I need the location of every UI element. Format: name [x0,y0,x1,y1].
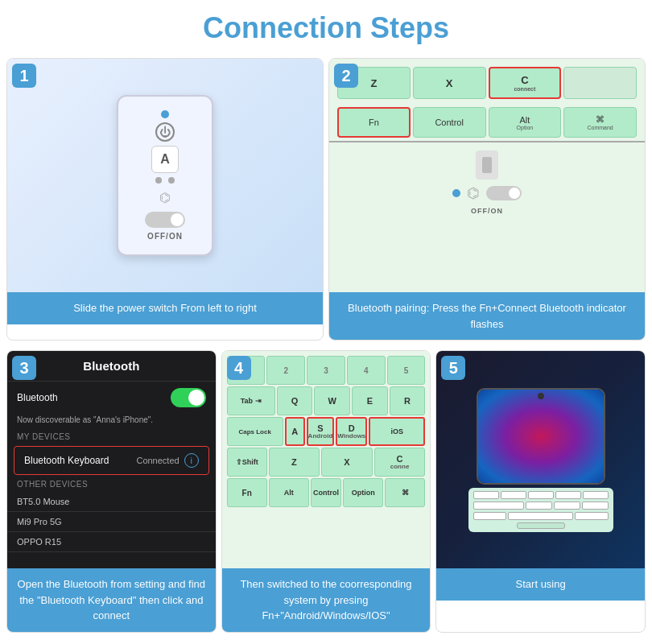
ipad-camera [538,393,544,399]
ipad-screen [478,390,604,483]
mini-key-space [508,512,573,520]
key-2: 2 [266,356,305,385]
page-title: Connection Steps [0,0,652,53]
bt-toggle[interactable] [171,388,206,407]
mini-key [554,502,580,510]
key-fn2: Fn [227,478,267,507]
mini-key [528,491,554,499]
keys-top: Z X C connect [329,59,645,107]
mini-key [575,512,609,520]
dot1 [155,177,162,184]
other-devices-title: OTHER DEVICES [7,477,216,492]
mini-row-2 [473,502,609,510]
step2-caption: Bluetooth pairing: Press the Fn+Connect … [329,292,645,340]
kb-row3: Caps Lock A S Android D Windows iOS [227,417,426,446]
bt-toggle-row: Bluetooth [7,382,216,414]
step2-switch-row: ⌬ [452,184,522,202]
step4-cell: 4 1 2 3 4 5 Tab ⇥ Q W E R Caps Lock A [221,350,431,633]
bt-label: Bluetooth [17,392,58,403]
my-devices-title: MY DEVICES [7,429,216,444]
bt-settings-header: Bluetooth [7,351,216,382]
key-3: 3 [307,356,345,385]
step5-number: 5 [441,356,465,380]
key-z2: Z [269,448,320,477]
key-ios: iOS [369,417,425,446]
off-on-label-2: OFF/ON [471,207,503,215]
key-c-conne: C conne [374,448,426,477]
key-e: E [352,386,388,415]
mini-key-wide [473,502,525,510]
step4-number: 4 [227,356,251,380]
mini-key [582,502,609,510]
mini-key [501,491,526,499]
kb-row4: ⇧Shift Z X C conne [227,448,426,477]
step5-visual: 5 [436,351,645,568]
key-alt2: Alt [269,478,309,507]
keys-bottom: Fn Control Alt Option ⌘ Command [329,107,645,138]
kb-row1: 1 2 3 4 5 [227,356,426,385]
bluetooth-dot [161,110,169,118]
step2-cell: 2 Z X C connect Fn Control Alt Option ⌘ [328,58,646,341]
key-fn: Fn [337,107,411,138]
switch-knob-2 [509,188,520,199]
step1-caption: Slide the power switch From left to righ… [7,292,323,324]
bt-device-keyboard[interactable]: Bluetooth Keyboard Connected i [14,446,209,475]
step5-caption: Start using [436,568,645,601]
key-s-android: S Android [307,417,335,446]
key-q: Q [277,386,313,415]
step3-number: 3 [12,356,36,380]
key-option2: Option [343,478,383,507]
mini-key [473,491,499,499]
switch-2 [486,186,522,200]
power-switch [145,212,185,228]
kb-row5: Fn Alt Control Option ⌘ [227,478,426,507]
bt-icon-1: ⌬ [155,188,175,208]
step3-visual: 3 Bluetooth Bluetooth Now discoverable a… [7,351,216,568]
key-command: ⌘ Command [563,107,637,138]
step3-caption: Open the Bluetooth from setting and find… [7,568,216,632]
key-caps: Caps Lock [227,417,283,446]
key-r: R [390,386,426,415]
key-option: Alt Option [489,107,562,138]
step2-divider [329,141,645,142]
key-shift: ⇧Shift [227,448,267,477]
device-connected-status: Connected i [136,453,198,468]
step4-visual: 4 1 2 3 4 5 Tab ⇥ Q W E R Caps Lock A [222,351,431,568]
mini-key [583,491,609,499]
key-x2: X [321,448,373,477]
key-c-connect: C connect [489,67,562,99]
mini-row-1 [473,491,609,499]
kb-row2: Tab ⇥ Q W E R [227,386,426,415]
step1-cell: 1 ⏻ A ⌬ OFF/ON Slide the power switch Fr… [6,58,324,341]
bt-toggle-knob [188,390,204,406]
step2-visual: 2 Z X C connect Fn Control Alt Option ⌘ [329,59,645,292]
key-control: Control [413,107,486,138]
key-tab: Tab ⇥ [227,386,275,415]
ipad-device [477,388,605,485]
other-device-1: BT5.0 Mouse [7,492,216,512]
mini-key [555,491,581,499]
dot2 [168,177,175,184]
key-a: A [285,417,305,446]
usb-icon [476,151,498,180]
mini-key [473,512,507,520]
key-x: X [413,67,486,99]
letter-a: A [151,146,179,173]
off-on-label: OFF/ON [147,232,183,241]
key-empty [563,67,637,99]
info-circle[interactable]: i [184,453,199,468]
step1-visual: 1 ⏻ A ⌬ OFF/ON [7,59,323,292]
step4-caption: Then switched to the coorresponding syst… [222,568,431,632]
other-device-3: OPPO R15 [7,532,216,552]
key-4: 4 [347,356,386,385]
step5-cell: 5 [435,350,646,633]
step2-number: 2 [334,64,358,88]
power-icon: ⏻ [155,122,175,142]
device-name: Bluetooth Keyboard [24,455,109,466]
switch-knob [171,213,184,226]
key-command2: ⌘ [385,478,425,507]
bt-discoverable-text: Now discoverable as "Anna's iPhone". [7,414,216,429]
key-w: W [314,386,350,415]
mini-key [526,502,552,510]
key-d-windows: D Windows [336,417,367,446]
